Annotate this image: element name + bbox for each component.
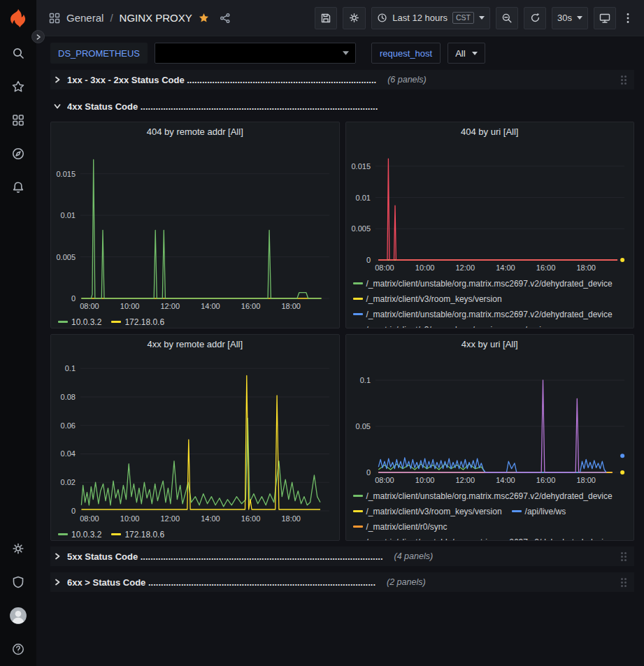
panel-grid: 404 by remote addr [All] 00.0050.010.015… xyxy=(50,122,634,541)
clock-icon xyxy=(377,13,387,23)
sidebar-item-configuration[interactable] xyxy=(0,532,36,565)
svg-text:0.05: 0.05 xyxy=(355,422,370,430)
panel-title[interactable]: 404 by uri [All] xyxy=(346,122,634,139)
caret-down-icon xyxy=(577,16,582,20)
legend-item[interactable]: 172.18.0.6 xyxy=(111,528,164,540)
svg-text:14:00: 14:00 xyxy=(496,476,515,484)
row-header-5xx[interactable]: 5xx Status Code ........................… xyxy=(50,546,634,566)
legend-series-label: /api/live/ws xyxy=(525,505,566,519)
grafana-logo[interactable] xyxy=(0,0,36,36)
admin-shield-icon xyxy=(11,575,25,589)
svg-text:0.1: 0.1 xyxy=(65,364,76,372)
alerting-bell-icon xyxy=(11,180,25,194)
svg-text:0.1: 0.1 xyxy=(359,376,370,384)
timeseries-chart[interactable]: 00.0050.010.01508:0010:0012:0014:0016:00… xyxy=(51,140,339,314)
timeseries-chart[interactable]: 00.050.108:0010:0012:0014:0016:0018:00 xyxy=(346,352,634,488)
variable-value-text: All xyxy=(455,48,465,59)
svg-text:0.005: 0.005 xyxy=(56,252,76,261)
panel-title[interactable]: 4xx by remote addr [All] xyxy=(51,335,339,353)
monitor-icon xyxy=(599,13,610,24)
row-panel-count: (6 panels) xyxy=(387,75,427,85)
legend-item[interactable]: /_matrix/client/r0/sync xyxy=(353,520,448,534)
sidebar-expand-button[interactable] xyxy=(31,30,45,43)
sidebar-item-server-admin[interactable] xyxy=(0,565,36,599)
legend-series-label: /_matrix/client/unstable/org.matrix.msc2… xyxy=(366,277,613,291)
panel-title[interactable]: 4xx by uri [All] xyxy=(346,335,634,352)
breadcrumb-section[interactable]: General xyxy=(66,12,103,24)
svg-text:12:00: 12:00 xyxy=(161,514,180,523)
svg-text:12:00: 12:00 xyxy=(455,263,475,272)
dashboard-content: DS_PROMETHEUS request_host All 1xx - 3xx… xyxy=(36,36,644,666)
legend-item[interactable]: 10.0.3.2 xyxy=(58,315,101,328)
legend-series-label: /_matrix/client/r0/sync xyxy=(366,520,448,534)
legend-item[interactable]: /_matrix/client/v3/room_keys/version xyxy=(353,505,502,519)
legend-item[interactable]: /_matrix/client/v3/room_keys/version xyxy=(353,323,502,328)
dashboard-settings-button[interactable] xyxy=(343,7,366,29)
legend-item[interactable]: /api/live/ws xyxy=(512,505,566,519)
sidebar-item-profile[interactable] xyxy=(0,599,36,632)
drag-handle-icon[interactable] xyxy=(621,552,623,554)
svg-text:18:00: 18:00 xyxy=(281,302,301,310)
tv-mode-button[interactable] xyxy=(594,7,616,29)
svg-text:14:00: 14:00 xyxy=(496,263,515,272)
share-icon[interactable] xyxy=(220,13,231,24)
row-header-1xx-3xx-2xx[interactable]: 1xx - 3xx - 2xx Status Code ............… xyxy=(50,70,634,89)
svg-text:18:00: 18:00 xyxy=(576,263,596,272)
variable-value-request-host[interactable]: All xyxy=(448,43,485,64)
legend-item[interactable]: /_matrix/client/unstable/org.matrix.msc2… xyxy=(353,277,613,291)
sidebar-item-search[interactable] xyxy=(0,36,36,70)
panel-4xx-by-remote-addr: 4xx by remote addr [All] 00.020.040.060.… xyxy=(50,334,340,541)
svg-text:0.08: 0.08 xyxy=(61,393,76,401)
legend-series-label: /_matrix/client/v3/room_keys/version xyxy=(366,292,502,306)
drag-handle-icon[interactable] xyxy=(621,75,623,78)
time-range-label: Last 12 hours xyxy=(392,13,448,23)
drag-handle-icon[interactable] xyxy=(621,578,623,580)
sidebar-item-starred[interactable] xyxy=(0,70,36,103)
legend-series-color xyxy=(353,313,363,315)
svg-text:10:00: 10:00 xyxy=(120,514,140,523)
legend-item[interactable]: /_matrix/client/v3/room_keys/version xyxy=(353,292,502,306)
row-header-6xx[interactable]: 6xx > Status Code ......................… xyxy=(50,572,634,592)
panel-title[interactable]: 404 by remote addr [All] xyxy=(51,122,339,140)
save-dashboard-button[interactable] xyxy=(315,7,337,29)
legend-item[interactable]: 172.18.0.6 xyxy=(111,315,164,328)
legend-item[interactable]: /_matrix/client/unstable/org.matrix.msc2… xyxy=(353,307,613,321)
svg-text:16:00: 16:00 xyxy=(536,476,555,484)
caret-down-icon xyxy=(343,51,349,55)
zoom-out-time-button[interactable] xyxy=(496,7,518,29)
refresh-button[interactable] xyxy=(524,7,546,29)
svg-text:0.005: 0.005 xyxy=(351,224,371,233)
chevron-down-icon xyxy=(53,102,62,110)
sidebar-item-alerting[interactable] xyxy=(0,171,36,204)
sidebar-item-help[interactable] xyxy=(0,632,36,666)
variable-value-ds-prometheus[interactable] xyxy=(155,43,356,64)
refresh-interval-picker[interactable]: 30s xyxy=(552,7,588,29)
legend-series-color xyxy=(353,298,363,300)
legend-series-label: 10.0.3.2 xyxy=(71,528,101,540)
zoom-out-icon xyxy=(501,13,513,24)
row-header-4xx[interactable]: 4xx Status Code ........................… xyxy=(50,96,634,116)
svg-text:0.02: 0.02 xyxy=(61,478,76,486)
more-options-button[interactable] xyxy=(622,7,634,29)
legend-item[interactable]: /sw.js xyxy=(512,323,545,328)
svg-text:10:00: 10:00 xyxy=(415,476,434,484)
legend-item[interactable]: /_matrix/client/unstable/org.matrix.msc2… xyxy=(353,535,613,540)
timeseries-chart[interactable]: 00.0050.010.01508:0010:0012:0014:0016:00… xyxy=(346,139,634,275)
legend-series-label: /_matrix/client/v3/room_keys/version xyxy=(366,505,502,519)
legend-series-color xyxy=(353,282,363,284)
dashboard-title[interactable]: NGINX PROXY xyxy=(120,12,192,24)
legend-item[interactable]: 10.0.3.2 xyxy=(58,528,101,540)
svg-text:0.015: 0.015 xyxy=(351,162,371,171)
legend-series-color xyxy=(58,533,68,535)
svg-text:0: 0 xyxy=(71,507,76,515)
settings-gear-icon xyxy=(348,12,360,24)
timeseries-chart[interactable]: 00.020.040.060.080.108:0010:0012:0014:00… xyxy=(51,353,339,526)
sidebar-item-explore[interactable] xyxy=(0,137,36,171)
sidebar-item-dashboards[interactable] xyxy=(0,103,36,137)
svg-text:16:00: 16:00 xyxy=(536,263,555,272)
kebab-icon xyxy=(627,13,629,24)
time-range-picker[interactable]: Last 12 hours CST xyxy=(371,7,490,29)
favorite-star-icon[interactable] xyxy=(199,13,209,23)
svg-text:16:00: 16:00 xyxy=(241,302,261,310)
legend-item[interactable]: /_matrix/client/unstable/org.matrix.msc2… xyxy=(353,489,613,503)
